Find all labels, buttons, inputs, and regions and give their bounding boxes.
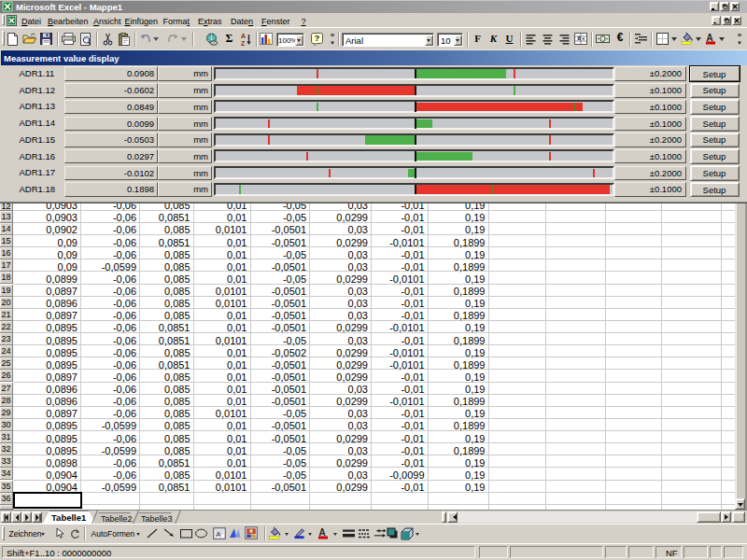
svg-text:A: A: [241, 33, 246, 39]
svg-text:?: ?: [314, 34, 319, 43]
svg-text:Z: Z: [241, 39, 246, 46]
svg-text:A: A: [216, 530, 221, 539]
svg-text:a: a: [578, 35, 582, 41]
svg-text:A: A: [706, 33, 712, 43]
svg-text:A: A: [318, 527, 325, 538]
